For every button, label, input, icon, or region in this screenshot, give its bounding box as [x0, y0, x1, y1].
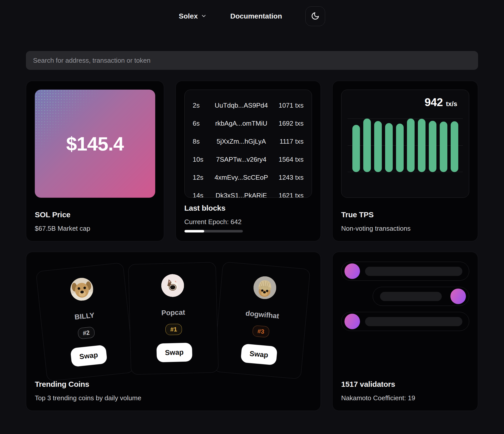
block-row[interactable]: 2s UuTdqb...AS9Pd4 1071 txs — [193, 96, 304, 114]
coin-name: Popcat — [161, 308, 185, 317]
epoch-progress-bar — [184, 230, 243, 232]
tps-bar — [407, 119, 415, 172]
tps-bar — [385, 123, 393, 172]
validators-title: 1517 validators — [341, 380, 469, 389]
brand-label: Solex — [179, 12, 198, 20]
coin-avatar — [161, 274, 184, 297]
swap-button[interactable]: Swap — [240, 343, 277, 365]
last-blocks-panel: 2s UuTdqb...AS9Pd4 1071 txs 6s rkbAgA...… — [184, 90, 312, 198]
validator-row — [341, 262, 469, 281]
sol-price-subtitle: $67.5B Market cap — [35, 225, 155, 232]
tps-bar — [396, 124, 404, 172]
tps-bars — [349, 119, 461, 172]
block-hash-link[interactable]: 5jXxZm...hGjLyA — [215, 138, 268, 145]
block-row[interactable]: 6s rkbAgA...omTMiU 1692 txs — [193, 114, 304, 132]
block-tx-count: 1117 txs — [268, 138, 304, 145]
tps-value-row: 942 tx/s — [349, 96, 461, 111]
brand-menu[interactable]: Solex — [179, 12, 207, 21]
block-hash-link[interactable]: rkbAgA...omTMiU — [215, 120, 268, 127]
block-age: 8s — [193, 138, 215, 145]
trending-coin-card[interactable]: Popcat #1 Swap — [128, 262, 218, 375]
dogwifhat-avatar-image — [252, 275, 277, 300]
validator-skeleton-bar — [365, 267, 462, 276]
chevron-down-icon — [201, 12, 207, 21]
tps-panel: 942 tx/s — [341, 90, 469, 198]
block-row[interactable]: 8s 5jXxZm...hGjLyA 1117 txs — [193, 132, 304, 151]
block-tx-count: 1621 txs — [268, 192, 304, 198]
trending-coins-stage: BILLY #2 Swap Popcat #1 Swap dogwifhat #… — [35, 261, 312, 377]
block-hash-link[interactable]: UuTdqb...AS9Pd4 — [215, 102, 268, 109]
nav-documentation[interactable]: Documentation — [230, 12, 282, 20]
coin-avatar — [252, 275, 277, 300]
swap-button[interactable]: Swap — [156, 343, 192, 362]
block-tx-count: 1692 txs — [268, 120, 304, 127]
block-age: 14s — [193, 192, 215, 198]
block-age: 6s — [193, 120, 215, 127]
validator-avatar — [344, 314, 360, 329]
current-epoch-label: Current Epoch: 642 — [184, 218, 312, 226]
validator-skeleton-bar — [365, 317, 462, 326]
last-blocks-card: 2s UuTdqb...AS9Pd4 1071 txs 6s rkbAgA...… — [176, 81, 321, 241]
block-tx-count: 1071 txs — [268, 102, 304, 109]
tps-bar — [352, 125, 360, 172]
trending-coin-card[interactable]: dogwifhat #3 Swap — [213, 262, 310, 379]
moon-icon — [311, 12, 320, 21]
swap-button[interactable]: Swap — [70, 345, 107, 367]
billy-avatar-image — [69, 277, 94, 302]
tps-bar — [440, 122, 447, 172]
validator-skeleton-bar — [380, 292, 442, 301]
search-input[interactable] — [26, 51, 478, 70]
last-blocks-title: Last blocks — [184, 204, 312, 212]
true-tps-card: 942 tx/s True TPS Non-voting transaction… — [332, 81, 478, 241]
coin-avatar — [69, 277, 94, 302]
block-hash-link[interactable]: 4xmEvy...ScCEoP — [215, 174, 268, 181]
validator-row — [341, 312, 469, 331]
block-row[interactable]: 10s 7SAPTw...v26ry4 1564 txs — [193, 151, 304, 169]
tps-bar — [451, 121, 458, 172]
trending-coin-card[interactable]: BILLY #2 Swap — [36, 262, 135, 381]
tps-bar-chart — [349, 119, 461, 172]
search-bar — [26, 51, 478, 70]
validators-card: 1517 validators Nakamoto Coefficient: 19 — [332, 252, 478, 411]
tps-bar — [374, 121, 382, 172]
block-row[interactable]: 12s 4xmEvy...ScCEoP 1243 txs — [193, 169, 304, 187]
block-age: 10s — [193, 156, 215, 163]
trending-coins-title: Trending Coins — [35, 380, 312, 389]
true-tps-subtitle: Non-voting transactions — [341, 225, 469, 232]
validator-row — [373, 287, 469, 306]
coin-name: dogwifhat — [245, 309, 279, 320]
dashboard-grid: $145.4 SOL Price $67.5B Market cap 2s Uu… — [0, 81, 504, 411]
top-navigation: Solex Documentation — [0, 0, 504, 30]
epoch-progress-fill — [184, 230, 204, 232]
tps-bar — [363, 119, 371, 172]
trending-coins-subtitle: Top 3 trending coins by daily volume — [35, 394, 312, 402]
tps-bar — [418, 119, 426, 172]
coin-name: BILLY — [74, 311, 95, 321]
validator-avatar — [344, 263, 360, 279]
tps-unit: tx/s — [446, 100, 457, 108]
sol-price-gradient-tile: $145.4 — [35, 90, 155, 198]
block-hash-link[interactable]: Dk3xS1...PkARiE — [215, 192, 268, 198]
block-tx-count: 1564 txs — [268, 156, 304, 163]
coin-rank-badge: #2 — [77, 326, 95, 339]
block-hash-link[interactable]: 7SAPTw...v26ry4 — [215, 156, 268, 163]
validators-subtitle: Nakamoto Coefficient: 19 — [341, 394, 469, 402]
popcat-avatar-image — [161, 274, 184, 297]
validator-avatar — [450, 289, 466, 304]
validator-rows — [341, 261, 469, 331]
theme-toggle-button[interactable] — [305, 6, 325, 26]
true-tps-title: True TPS — [341, 210, 469, 219]
block-tx-count: 1243 txs — [268, 174, 304, 181]
sol-price-card: $145.4 SOL Price $67.5B Market cap — [26, 81, 164, 241]
tps-value: 942 — [424, 96, 443, 109]
tps-bar — [429, 121, 436, 172]
trending-coins-card: BILLY #2 Swap Popcat #1 Swap dogwifhat #… — [26, 252, 321, 411]
sol-price-title: SOL Price — [35, 210, 155, 219]
coin-rank-badge: #3 — [252, 325, 270, 338]
block-age: 2s — [193, 102, 215, 109]
coin-rank-badge: #1 — [165, 324, 182, 335]
block-age: 12s — [193, 174, 215, 181]
block-row[interactable]: 14s Dk3xS1...PkARiE 1621 txs — [193, 187, 304, 198]
sol-price-value: $145.4 — [66, 133, 124, 155]
